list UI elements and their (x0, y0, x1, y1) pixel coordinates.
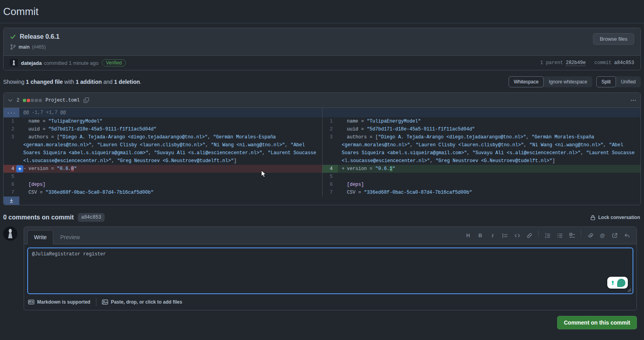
commit-hash-pill[interactable]: a84c853 (78, 213, 105, 222)
quote-icon[interactable] (501, 232, 508, 239)
link-icon[interactable] (526, 232, 533, 239)
code-segment: "Lauren Clisby <lauren.clisby@tno.nl>" (416, 142, 524, 148)
lock-conversation-button[interactable]: Lock conversation (590, 215, 640, 221)
ignore-whitespace-button[interactable]: Ignore whitespace (544, 76, 592, 87)
browse-files-button[interactable]: Browse files (593, 33, 634, 45)
bold-icon[interactable]: B (477, 232, 484, 239)
code-segment: , (262, 150, 268, 156)
line-number[interactable]: 1 (4, 117, 19, 125)
avatar[interactable] (10, 59, 18, 67)
pull-request-ref[interactable]: (#465) (32, 44, 46, 50)
line-number[interactable]: 2 (322, 125, 338, 133)
line-number[interactable]: 3 (4, 133, 19, 165)
attach-files-button[interactable]: Paste, drop, or click to add files (102, 299, 182, 305)
line-number[interactable]: 6 (4, 181, 19, 189)
expand-down-button[interactable] (4, 196, 19, 205)
tab-write[interactable]: Write (27, 230, 53, 244)
code-segment: , (208, 134, 213, 140)
markdown-supported-link[interactable]: Markdown is supported (28, 299, 90, 305)
line-number[interactable]: 7 (4, 189, 19, 196)
code-segment: ] (234, 158, 237, 164)
line-number[interactable]: 4 (322, 165, 338, 173)
parent-hash-link[interactable]: 282b49e (566, 60, 586, 66)
code-line: authors = ["Diego A. Tejada-Arango <dieg… (19, 133, 322, 165)
bulleted-list-icon[interactable] (556, 232, 563, 239)
line-number[interactable]: 6 (322, 181, 338, 189)
line-number[interactable]: 5 (322, 173, 338, 181)
task-list-icon[interactable] (569, 232, 575, 239)
diff-summary-text: Showing 1 changed file with 1 addition a… (3, 79, 141, 85)
textarea-resize-handle[interactable] (627, 288, 631, 292)
whitespace-toggle-group: Whitespace Ignore whitespace (509, 76, 592, 87)
writing-assistant-badge[interactable] (607, 277, 628, 289)
line-number[interactable]: 3 (322, 133, 338, 165)
line-number[interactable]: 4+ (4, 165, 19, 173)
comment-editor-wrap: @JuliaRegistrator register (24, 244, 636, 297)
hunk-gutter-right (322, 108, 338, 117)
code-segment: = (358, 127, 367, 132)
numbered-list-icon[interactable]: 12 (544, 232, 551, 239)
commit-action-text: committed 1 minute ago (44, 60, 99, 66)
branch-name[interactable]: main (19, 44, 30, 50)
copy-icon[interactable] (83, 97, 89, 103)
comment-input[interactable]: @JuliaRegistrator register (27, 247, 633, 294)
line-number[interactable]: 7 (322, 189, 338, 196)
code-segment: 1 (390, 166, 392, 172)
commit-label: commit (594, 60, 611, 66)
diff-stat-blocks (23, 99, 42, 102)
commit-hash: a84c853 (614, 60, 634, 66)
commit-author[interactable]: datejada (21, 60, 42, 66)
code-segment: = (367, 166, 376, 172)
reply-icon[interactable] (623, 232, 630, 239)
comments-count-text: 0 comments on commit (3, 214, 74, 221)
add-line-comment-button[interactable]: + (16, 165, 23, 172)
hunk-fill-right (338, 108, 641, 117)
divider (0, 23, 644, 23)
code-line: CSV = "336ed68f-0bac-5ca0-87d4-7b16caf5d… (19, 189, 322, 196)
current-user-avatar[interactable] (3, 227, 17, 241)
code-segment: ] (552, 158, 555, 164)
tab-preview[interactable]: Preview (53, 230, 86, 244)
mention-icon[interactable]: @ (599, 232, 606, 239)
code-segment: = (48, 166, 57, 172)
kebab-menu-icon[interactable] (630, 97, 636, 104)
code-segment: name (347, 119, 359, 124)
line-number[interactable]: 5 (4, 173, 19, 181)
line-number[interactable]: 2 (4, 125, 19, 133)
code-line: [deps] (19, 181, 322, 189)
code-segment: , (148, 150, 154, 156)
italic-icon[interactable]: I (489, 232, 496, 239)
comment-on-commit-button[interactable]: Comment on this commit (557, 316, 637, 329)
code-line (338, 173, 641, 181)
lock-icon (590, 215, 596, 221)
cross-reference-icon[interactable] (611, 232, 618, 239)
markdown-icon (28, 299, 34, 305)
file-name-link[interactable]: Project.toml (45, 98, 79, 103)
paperclip-icon[interactable] (587, 232, 593, 239)
verified-badge[interactable]: Verified (102, 59, 126, 66)
unified-view-button[interactable]: Unified (616, 76, 641, 87)
diff-view-controls: Whitespace Ignore whitespace Split Unifi… (509, 76, 641, 87)
file-diff-header: 2 Project.toml (4, 93, 640, 108)
summary-prefix: Showing (3, 79, 26, 85)
whitespace-button[interactable]: Whitespace (509, 76, 544, 87)
hunk-header: @@ -1,7 +1,7 @@ (19, 108, 322, 117)
split-view-button[interactable]: Split (596, 76, 616, 87)
chevron-down-icon[interactable] (8, 98, 13, 103)
code-line: name = "TulipaEnergyModel" (338, 117, 641, 125)
code-segment: = (40, 119, 49, 124)
commit-title-row: Release 0.6.1 (10, 33, 634, 40)
code-segment: [deps] (28, 182, 45, 187)
code-segment: = (40, 127, 49, 132)
diff-stat-block-neutral (35, 99, 38, 102)
code-segment: name (28, 119, 40, 124)
comments-heading-row: 0 comments on commit a84c853 Lock conver… (3, 213, 641, 222)
changed-file-count: 1 changed file (26, 79, 63, 85)
code-segment: version (347, 166, 367, 172)
code-icon[interactable] (514, 232, 520, 239)
line-number[interactable]: 1 (322, 117, 338, 125)
code-segment: "TulipaEnergyModel" (367, 119, 421, 124)
heading-icon[interactable]: H (465, 232, 471, 239)
diff-expand-cell[interactable]: ... (4, 108, 19, 117)
code-segment: "Diego A. Tejada-Arango <diego.tejadaara… (378, 134, 526, 140)
